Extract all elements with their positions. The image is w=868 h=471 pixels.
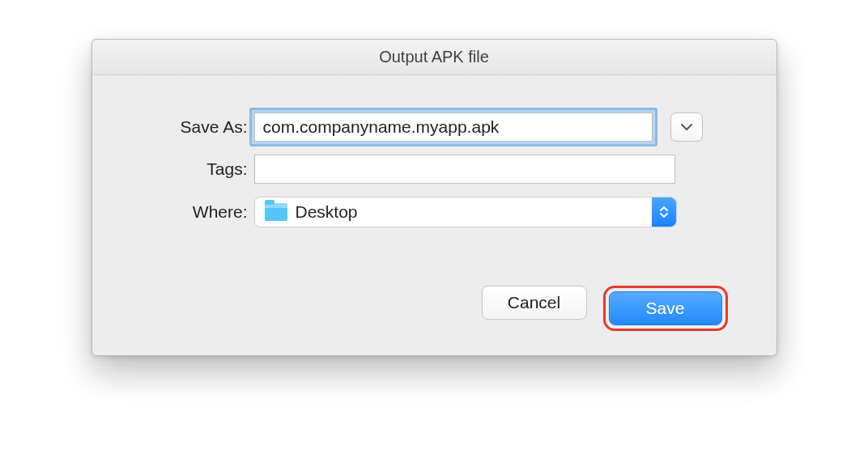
select-stepper[interactable] xyxy=(652,197,676,227)
where-label: Where: xyxy=(125,202,254,222)
cancel-button[interactable]: Cancel xyxy=(482,286,587,320)
save-as-input-wrap xyxy=(254,112,653,142)
chevron-down-icon xyxy=(660,213,668,218)
save-as-row: Save As: xyxy=(125,112,728,142)
chevron-up-icon xyxy=(660,206,668,211)
folder-icon xyxy=(265,203,287,221)
chevron-down-icon xyxy=(680,123,693,131)
titlebar: Output APK file xyxy=(92,40,777,75)
save-as-label: Save As: xyxy=(125,117,254,137)
dialog-title: Output APK file xyxy=(379,48,489,66)
where-row: Where: Desktop xyxy=(125,197,728,227)
where-value: Desktop xyxy=(296,202,358,222)
save-as-input[interactable] xyxy=(254,112,653,142)
save-button-highlight: Save xyxy=(603,286,728,331)
save-button[interactable]: Save xyxy=(609,291,722,325)
dialog-content: Save As: Tags: Where: Desktop xyxy=(92,75,777,261)
expand-button[interactable] xyxy=(670,112,703,142)
tags-label: Tags: xyxy=(125,159,254,179)
where-select[interactable]: Desktop xyxy=(254,197,677,227)
tags-row: Tags: xyxy=(125,155,728,184)
save-dialog: Output APK file Save As: Tags: Where: De… xyxy=(91,39,777,356)
dialog-footer: Cancel Save xyxy=(92,261,777,355)
tags-input[interactable] xyxy=(254,155,675,184)
